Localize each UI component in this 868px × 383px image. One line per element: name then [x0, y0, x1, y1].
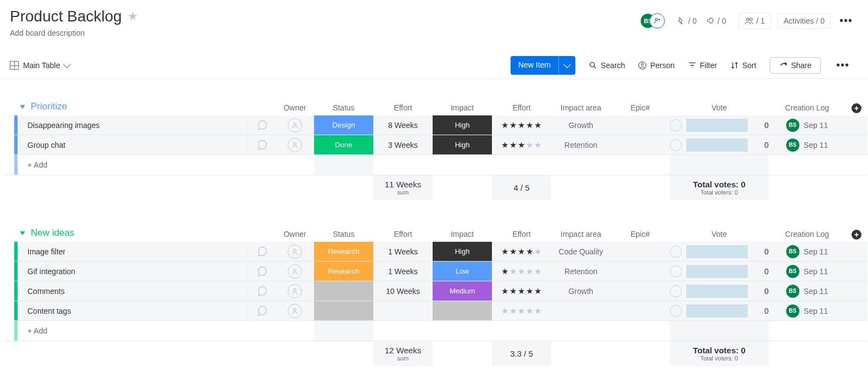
effort-stars-cell[interactable]: ★★★★★ [492, 135, 551, 155]
column-header-status[interactable]: Status [314, 101, 373, 115]
open-updates-icon[interactable] [248, 262, 276, 281]
impact-area-cell[interactable] [551, 301, 611, 321]
impact-cell[interactable]: Low [433, 262, 492, 281]
toolbar-more-menu[interactable]: ••• [834, 57, 852, 74]
epic-cell[interactable] [611, 262, 670, 281]
vote-cell[interactable]: 0 [670, 242, 769, 262]
impact-cell[interactable]: High [433, 242, 492, 262]
add-column-button[interactable]: + [852, 230, 861, 240]
column-header-impact[interactable]: Impact [433, 101, 492, 115]
column-header-effort-stars[interactable]: Effort [492, 227, 551, 242]
status-cell[interactable]: Research [314, 242, 373, 262]
column-header-impact-area[interactable]: Impact area [551, 227, 611, 242]
column-header-impact[interactable]: Impact [433, 227, 492, 242]
open-updates-icon[interactable] [248, 135, 276, 155]
vote-cell[interactable]: 0 [670, 301, 769, 321]
column-header-owner[interactable]: Owner [276, 101, 314, 115]
add-column-button[interactable]: + [852, 103, 861, 113]
open-updates-icon[interactable] [248, 301, 276, 321]
impact-cell[interactable]: High [433, 115, 492, 135]
epic-cell[interactable] [611, 242, 670, 262]
vote-cell[interactable]: 0 [670, 115, 769, 135]
table-row[interactable]: Image filterResearch1 WeeksHigh★★★★★Code… [4, 242, 864, 262]
status-cell[interactable]: Design [314, 115, 373, 135]
effort-cell[interactable]: 1 Weeks [373, 262, 433, 281]
vote-cell[interactable]: 0 [670, 135, 769, 155]
impact-cell[interactable]: High [433, 135, 492, 155]
owner-cell[interactable] [276, 281, 314, 301]
column-header-status[interactable]: Status [314, 227, 373, 242]
effort-cell[interactable]: 1 Weeks [373, 242, 433, 262]
column-header-epic[interactable]: Epic# [611, 101, 670, 115]
new-item-button[interactable]: New Item [511, 56, 575, 75]
search-button[interactable]: Search [589, 61, 625, 70]
owner-cell[interactable] [276, 262, 314, 281]
epic-cell[interactable] [611, 301, 670, 321]
group-title[interactable]: Prioritize [31, 101, 67, 112]
table-row[interactable]: Comments10 WeeksMedium★★★★★Growth0BSSep … [4, 281, 864, 301]
epic-cell[interactable] [611, 115, 670, 135]
status-cell[interactable]: Done [314, 135, 373, 155]
column-header-creation[interactable]: Creation Log [769, 227, 845, 242]
open-updates-icon[interactable] [248, 115, 276, 135]
add-item-input[interactable]: + Add [18, 321, 248, 341]
favorite-star-icon[interactable]: ★ [127, 9, 138, 24]
table-row[interactable]: Content tags★★★★★0BSSep 11 [4, 301, 864, 321]
filter-button[interactable]: Filter [688, 61, 717, 70]
board-options-menu[interactable]: ••• [837, 12, 855, 29]
item-name[interactable]: Content tags [18, 301, 248, 321]
effort-stars-cell[interactable]: ★★★★★ [492, 262, 551, 281]
vote-cell[interactable]: 0 [670, 281, 769, 301]
effort-stars-cell[interactable]: ★★★★★ [492, 115, 551, 135]
impact-area-cell[interactable]: Retention [551, 135, 611, 155]
column-header-owner[interactable]: Owner [276, 227, 314, 242]
item-name[interactable]: Disappearing images [18, 115, 248, 135]
item-name[interactable]: Comments [18, 281, 248, 301]
person-filter-button[interactable]: Person [638, 61, 674, 70]
board-description[interactable]: Add board description [10, 29, 852, 37]
open-updates-icon[interactable] [248, 242, 276, 262]
impact-cell[interactable] [433, 301, 492, 321]
impact-area-cell[interactable]: Growth [551, 115, 611, 135]
status-cell[interactable]: Research [314, 262, 373, 281]
effort-cell[interactable]: 3 Weeks [373, 135, 433, 155]
column-header-epic[interactable]: Epic# [611, 227, 670, 242]
owner-cell[interactable] [276, 135, 314, 155]
view-switcher[interactable]: Main Table [10, 61, 70, 70]
share-button[interactable]: Share [770, 57, 821, 74]
activities-count[interactable]: Activities / 0 [777, 13, 831, 29]
effort-cell[interactable] [373, 301, 433, 321]
open-updates-icon[interactable] [248, 281, 276, 301]
integrations-count[interactable]: / 0 [701, 13, 732, 29]
item-name[interactable]: Image filter [18, 242, 248, 262]
owner-cell[interactable] [276, 301, 314, 321]
column-header-effort[interactable]: Effort [373, 227, 433, 242]
group-title[interactable]: New ideas [31, 227, 74, 238]
column-header-creation[interactable]: Creation Log [769, 101, 845, 115]
column-header-effort-stars[interactable]: Effort [492, 101, 551, 115]
owner-cell[interactable] [276, 115, 314, 135]
automations-count[interactable]: / 0 [671, 13, 702, 29]
impact-area-cell[interactable]: Retention [551, 262, 611, 281]
table-row[interactable]: Group chatDone3 WeeksHigh★★★★★Retention0… [4, 135, 864, 155]
column-header-vote[interactable]: Vote [670, 227, 769, 242]
item-name[interactable]: Group chat [18, 135, 248, 155]
status-cell[interactable] [314, 301, 373, 321]
table-row[interactable]: Disappearing imagesDesign8 WeeksHigh★★★★… [4, 115, 864, 135]
collapse-group-icon[interactable] [20, 105, 25, 109]
impact-area-cell[interactable]: Code Quality [551, 242, 611, 262]
owner-cell[interactable] [276, 242, 314, 262]
effort-stars-cell[interactable]: ★★★★★ [492, 281, 551, 301]
effort-stars-cell[interactable]: ★★★★★ [492, 301, 551, 321]
status-cell[interactable] [314, 281, 373, 301]
collapse-group-icon[interactable] [20, 231, 25, 235]
members-count[interactable]: / 1 [738, 13, 771, 29]
effort-cell[interactable]: 8 Weeks [373, 115, 433, 135]
effort-stars-cell[interactable]: ★★★★★ [492, 242, 551, 262]
epic-cell[interactable] [611, 135, 670, 155]
invite-member-icon[interactable] [649, 13, 665, 29]
item-name[interactable]: Gif integration [18, 262, 248, 281]
column-header-effort[interactable]: Effort [373, 101, 433, 115]
table-row[interactable]: Gif integrationResearch1 WeeksLow★★★★★Re… [4, 262, 864, 281]
column-header-vote[interactable]: Vote [670, 101, 769, 115]
